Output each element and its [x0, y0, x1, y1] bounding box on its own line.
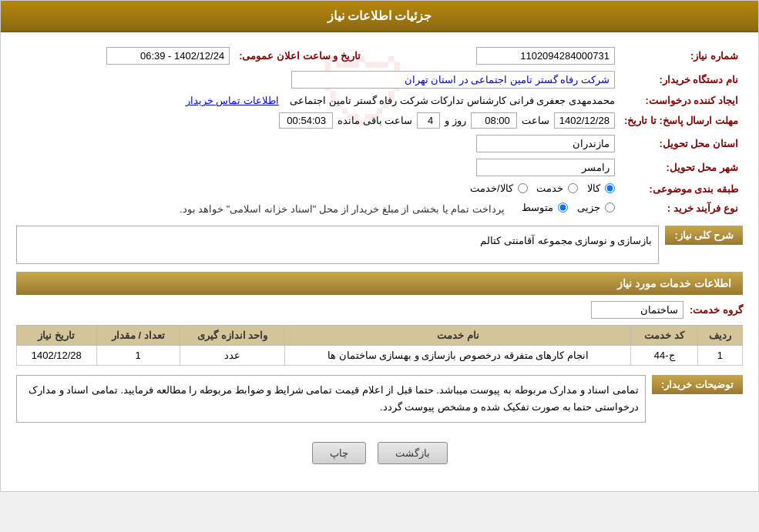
buyer-notes-value: تمامی اسناد و مدارک مربوطه به پیوست میبا… [16, 375, 646, 423]
buyer-notes-label: توضیحات خریدار: [652, 375, 743, 394]
table-cell-date: 1402/12/28 [17, 346, 97, 366]
purchase-type-motavas-label: متوسط [522, 202, 553, 213]
page-header: جزئیات اطلاعات نیاز [1, 1, 758, 32]
send-remaining-value: 00:54:03 [279, 112, 333, 129]
purchase-type-jozi-label: جزیی [577, 202, 600, 213]
services-section-title: اطلاعات خدمات مورد نیاز [16, 272, 743, 295]
col-header-unit: واحد اندازه گیری [180, 326, 285, 346]
announce-value: 1402/12/24 - 06:39 [106, 47, 230, 65]
content-area: 🛡 شماره نیاز: 1102094284000731 تاریخ و س… [1, 32, 758, 491]
contact-link[interactable]: اطلاعات تماس خریدار [186, 95, 279, 106]
category-khedmat-label: خدمت [536, 182, 563, 194]
info-table: شماره نیاز: 1102094284000731 تاریخ و ساع… [16, 44, 743, 218]
col-header-qty: تعداد / مقدار [96, 326, 180, 346]
category-radio-kala[interactable] [605, 183, 615, 193]
need-number-label: شماره نیاز: [620, 44, 743, 68]
send-days-label: روز و [445, 115, 466, 126]
send-date-value: 1402/12/28 [554, 112, 615, 129]
table-cell-name: انجام کارهای متفرقه درخصوص بازسازی و بهس… [285, 346, 631, 366]
buyer-name-value: شرکت رفاه گستر تامین اجتماعی در استان ته… [291, 71, 615, 89]
back-button[interactable]: بازگشت [378, 442, 448, 464]
group-label: گروه خدمت: [690, 304, 743, 316]
page-title: جزئیات اطلاعات نیاز [327, 9, 432, 22]
send-time-label: ساعت [522, 115, 549, 126]
city-value: رامسر [476, 159, 615, 176]
group-service-row: گروه خدمت: ساختمان [16, 301, 743, 319]
print-button[interactable]: چاپ [312, 442, 366, 464]
creator-label: ایجاد کننده درخواست: [620, 92, 743, 109]
send-remaining-label: ساعت باقی مانده [338, 115, 412, 126]
city-label: شهر محل تحویل: [620, 156, 743, 179]
purchase-type-radio-jozi[interactable] [605, 202, 615, 212]
category-radio-khedmat[interactable] [568, 183, 578, 193]
col-header-code: کد خدمت [631, 326, 698, 346]
table-cell-unit: عدد [180, 346, 285, 366]
purchase-type-jozi[interactable]: جزیی [577, 202, 615, 213]
need-number-value: 1102094284000731 [476, 47, 615, 65]
button-row: بازگشت چاپ [16, 430, 743, 480]
table-cell-quantity: 1 [96, 346, 180, 366]
col-header-row: ردیف [697, 326, 742, 346]
services-table: ردیف کد خدمت نام خدمت واحد اندازه گیری ت… [16, 325, 743, 366]
category-kala-khedmat-label: کالا/خدمت [470, 182, 513, 194]
purchase-type-note: پرداخت تمام یا بخشی از مبلغ خریدار از مح… [180, 203, 505, 215]
purchase-type-label: نوع فرآیند خرید : [620, 199, 743, 218]
description-row: شرح کلی نیاز: بازسازی و نوسازی مجموعه آق… [16, 226, 743, 264]
buyer-notes-row: توضیحات خریدار: تمامی اسناد و مدارک مربو… [16, 375, 743, 423]
category-label: طبقه بندی موضوعی: [620, 179, 743, 199]
buyer-name-label: نام دستگاه خریدار: [620, 68, 743, 92]
category-khedmat[interactable]: خدمت [536, 182, 578, 194]
table-cell-row: 1 [697, 346, 742, 366]
page-wrapper: جزئیات اطلاعات نیاز 🛡 شماره نیاز: 110209… [0, 0, 759, 492]
category-kala-khedmat[interactable]: کالا/خدمت [470, 182, 528, 194]
col-header-date: تاریخ نیاز [17, 326, 97, 346]
category-kala-label: کالا [587, 182, 600, 194]
purchase-type-motavas[interactable]: متوسط [522, 202, 568, 213]
send-date-label: مهلت ارسال پاسخ: تا تاریخ: [620, 109, 743, 132]
col-header-name: نام خدمت [285, 326, 631, 346]
description-label: شرح کلی نیاز: [665, 226, 743, 245]
province-value: مازندران [476, 135, 615, 152]
category-kala[interactable]: کالا [587, 182, 615, 194]
group-value: ساختمان [591, 301, 683, 319]
table-cell-code: ج-44 [631, 346, 698, 366]
send-days-value: 4 [417, 112, 440, 129]
table-row: 1ج-44انجام کارهای متفرقه درخصوص بازسازی … [17, 346, 743, 366]
creator-value: محمدمهدی جعفری فرانی کارشناس تدارکات شرک… [290, 95, 615, 106]
purchase-type-radio-motavas[interactable] [558, 202, 568, 212]
send-time-value: 08:00 [471, 112, 517, 129]
announce-label: تاریخ و ساعت اعلان عمومی: [234, 44, 376, 68]
province-label: استان محل تحویل: [620, 132, 743, 156]
content-inner: شماره نیاز: 1102094284000731 تاریخ و ساع… [16, 44, 743, 480]
description-value: بازسازی و نوسازی مجموعه آقامنتی کتالم [16, 226, 659, 264]
category-radio-kala-khedmat[interactable] [518, 183, 528, 193]
